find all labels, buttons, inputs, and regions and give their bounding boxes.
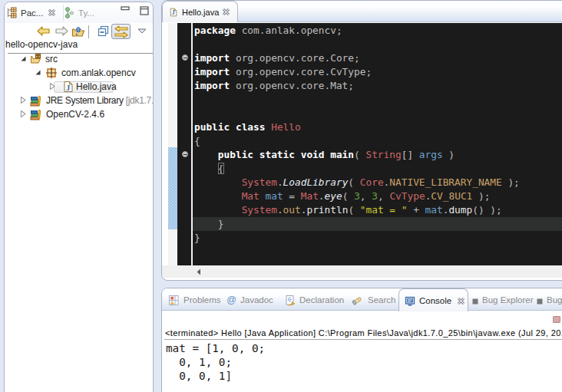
horizontal-scrollbar[interactable] — [162, 265, 562, 278]
java-file-icon: J — [62, 81, 74, 93]
editor-tab-hello-java[interactable]: J Hello.java — [162, 1, 238, 22]
tab-console[interactable]: Console — [398, 288, 468, 311]
code-token-pl: , — [378, 190, 389, 202]
tree-item-jre[interactable]: JRE System Library [jdk1.7.0_25] — [5, 94, 153, 107]
code-token-bm: { — [218, 163, 224, 174]
tree-item-hello-java[interactable]: J Hello.java — [5, 80, 153, 94]
tab-search-label: Search — [368, 295, 395, 305]
tab-type-hierarchy[interactable]: Ty... — [64, 2, 94, 23]
code-token-fd: NATIVE_LIBRARY_NAME — [389, 176, 501, 188]
code-token-pl: () ); — [472, 204, 502, 216]
code-token-kw: import — [194, 66, 230, 77]
tab-search[interactable]: Search — [351, 288, 395, 311]
console-title-separator — [164, 339, 562, 340]
tab-bug-explorer[interactable]: Bug Explorer — [472, 288, 533, 311]
fold-minus-bar — [183, 58, 187, 58]
code-line-1[interactable]: package com.anlak.opencv; — [193, 24, 562, 38]
code-line-4[interactable]: import org.opencv.core.CvType; — [193, 65, 562, 79]
scroll-left-icon[interactable] — [196, 268, 202, 275]
code-line-7[interactable] — [193, 107, 562, 120]
code-token-pl: , — [360, 190, 372, 202]
code-token-kw: package — [194, 25, 236, 36]
code-line-6[interactable] — [193, 93, 562, 107]
tab-javadoc[interactable]: @ Javadoc — [226, 288, 273, 311]
toolbar-separator — [88, 25, 89, 38]
code-line-12[interactable]: System.LoadLibrary( Core.NATIVE_LIBRARY_… — [193, 176, 562, 189]
tab-separator — [63, 5, 64, 21]
tab-problems-label: Problems — [183, 295, 221, 305]
code-token-pl: } — [194, 232, 200, 243]
up-button[interactable] — [71, 25, 86, 38]
code-line-2[interactable] — [193, 38, 562, 51]
code-line-16[interactable]: } — [193, 231, 562, 245]
code-line-13[interactable]: Mat mat = Mat.eye( 3, 3, CvType.CV_8UC1 … — [193, 189, 562, 203]
code-line-10[interactable]: public static void main( String[] args ) — [193, 148, 562, 162]
expander-collapsed-icon[interactable] — [48, 82, 56, 91]
code-line-5[interactable]: import org.opencv.core.Mat; — [193, 79, 562, 93]
tab-package-explorer[interactable]: Pac... — [6, 2, 56, 23]
svg-text:J: J — [66, 84, 70, 92]
project-root-label[interactable]: hello-opencv-java — [5, 39, 78, 50]
code-token-pl: [] — [402, 149, 419, 160]
code-line-3[interactable]: import org.opencv.core.Core; — [193, 51, 562, 65]
svg-text:J: J — [172, 9, 175, 16]
tree-item-src[interactable]: src — [5, 52, 153, 66]
close-icon[interactable] — [222, 8, 230, 16]
fold-collapse-icon[interactable] — [182, 151, 189, 158]
minimize-icon[interactable] — [119, 3, 131, 15]
annotation-ruler[interactable] — [168, 23, 178, 265]
tab-bug[interactable]: Bug — [537, 288, 562, 311]
tree-item-package[interactable]: com.anlak.opencv — [5, 66, 153, 80]
forward-button[interactable] — [54, 25, 70, 38]
tab-declaration[interactable]: Declaration — [285, 288, 344, 311]
view-menu-icon[interactable] — [137, 28, 147, 34]
tab-package-explorer-label: Pac... — [21, 8, 43, 18]
console-icon — [405, 296, 415, 306]
console-toolbar-icon[interactable] — [553, 316, 560, 323]
expander-collapsed-icon[interactable] — [19, 110, 27, 118]
tab-problems[interactable]: Problems — [168, 288, 221, 311]
code-token-pl — [194, 163, 218, 174]
code-token-pl: ( — [348, 204, 359, 216]
code-token-pl: . — [277, 204, 283, 216]
link-with-editor-button[interactable] — [111, 24, 131, 39]
fold-collapse-icon[interactable] — [182, 54, 189, 61]
code-token-pl: org.opencv.core.Mat; — [230, 80, 354, 91]
code-token-fd: CV_8UC1 — [431, 190, 472, 202]
code-token-pl: + — [407, 204, 425, 216]
code-token-pl: ) — [443, 149, 455, 160]
code-line-8[interactable]: public class Hello — [193, 120, 562, 134]
code-token-pl — [194, 190, 242, 202]
code-token-ty: Mat — [242, 190, 260, 202]
code-token-kw: import — [194, 52, 230, 64]
code-token-pl: } — [194, 218, 224, 229]
close-icon[interactable] — [457, 297, 465, 305]
folding-ruler[interactable] — [177, 23, 191, 265]
code-line-9[interactable]: { — [193, 134, 562, 148]
code-token-pl: . — [277, 176, 283, 188]
back-button[interactable] — [35, 25, 51, 38]
code-line-11[interactable]: { — [193, 162, 562, 176]
expander-expanded-icon[interactable] — [35, 69, 41, 76]
code-token-ty: Core — [360, 176, 384, 188]
code-line-14[interactable]: System.out.println( "mat = " + mat.dump(… — [193, 203, 562, 217]
code-editor[interactable]: package com.anlak.opencv;import org.open… — [193, 23, 562, 265]
code-token-ty: CvType — [389, 190, 425, 202]
tree-item-opencv[interactable]: OpenCV-2.4.6 — [5, 107, 153, 121]
console-output-text[interactable]: mat = [1, 0, 0; 0, 1, 0; 0, 0, 1] — [166, 342, 265, 383]
code-token-pl: = — [283, 190, 301, 202]
close-icon[interactable] — [48, 8, 56, 17]
editor-body: package com.anlak.opencv;import org.open… — [162, 23, 562, 265]
editor-area: J Hello.java package com.an — [161, 0, 562, 281]
code-token-me: println — [306, 204, 348, 216]
expander-expanded-icon[interactable] — [20, 55, 27, 62]
bug-square-icon — [537, 298, 543, 305]
expander-collapsed-icon[interactable] — [19, 96, 27, 104]
tree-item-jre-label-text: JRE System Library — [46, 95, 124, 106]
package-icon — [45, 67, 58, 79]
collapse-all-button[interactable] — [97, 25, 110, 38]
maximize-icon[interactable] — [138, 4, 150, 16]
console-process-title: <terminated> Hello [Java Application] C:… — [165, 328, 562, 338]
jre-version-suffix: [jdk1.7.0_25] — [126, 95, 154, 106]
code-line-15[interactable]: } — [193, 217, 562, 231]
